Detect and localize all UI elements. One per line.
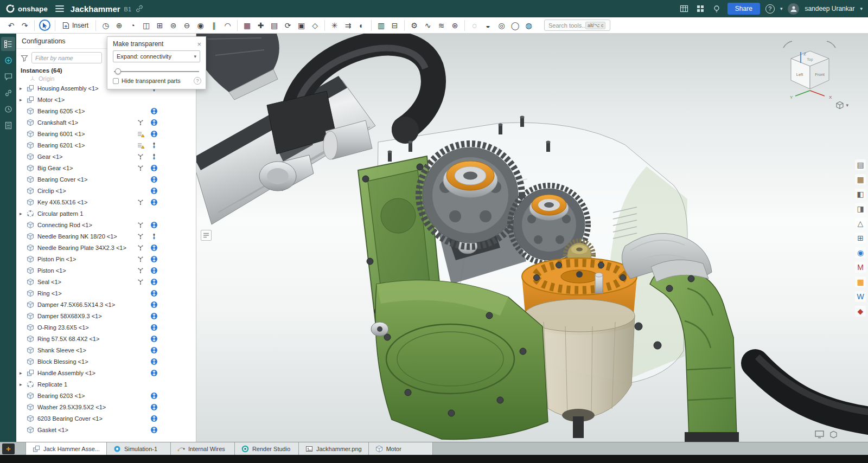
help-caret-icon[interactable]: ▾ [780,6,783,11]
tree-item[interactable]: Key 4X6.5X16 <1> [16,196,196,208]
mate-indicator-icon[interactable] [137,278,144,286]
box-icon[interactable] [829,430,838,439]
avatar[interactable] [788,3,799,15]
dof-indicator-icon[interactable] [150,278,158,286]
redo-icon[interactable]: ↷ [18,19,31,32]
snap-mode-icon[interactable]: ◇ [308,19,322,32]
dof-indicator-icon[interactable] [150,369,158,377]
tree-item[interactable]: ▸ Circular pattern 1 [16,208,196,219]
config-panel-icon[interactable]: ◧ [855,189,866,200]
tree-item[interactable]: Bearing 6001 <1> [16,128,196,139]
dof-indicator-icon[interactable] [150,312,158,320]
dof-indicator-icon[interactable] [150,358,158,365]
spline-tool-icon[interactable]: ⊛ [448,19,462,32]
mate-indicator-icon[interactable] [137,233,144,240]
group-parts-icon[interactable]: ▦ [240,19,254,32]
dof-indicator-icon[interactable] [150,107,158,115]
fastened-mate-icon[interactable]: ⊕ [112,19,126,32]
slider-mate-icon[interactable]: ◫ [139,19,153,32]
tree-item[interactable]: Big Gear <1> [16,162,196,173]
expand-arrow[interactable]: ▸ [20,86,27,91]
tree-item[interactable]: ▸ Replicate 1 [16,378,196,390]
hide-transparent-checkbox[interactable] [113,78,119,84]
comments-icon[interactable] [1,69,15,83]
tree-item[interactable]: ▸ Handle Assembly <1> [16,367,196,378]
dof-indicator-icon[interactable] [150,290,158,297]
spreadsheet-icon[interactable] [679,3,690,14]
section-panel-icon[interactable]: ◨ [855,203,866,214]
app-grid-icon[interactable]: ▦ [855,276,866,287]
pin-indicator-icon[interactable] [150,153,158,160]
spring-tool-icon[interactable]: ∿ [421,19,435,32]
tree-item[interactable]: Shank Sleeve <1> [16,344,196,356]
app-m-icon[interactable]: M [855,262,866,273]
tree-item[interactable]: Gasket <1> [16,424,196,435]
expand-arrow[interactable]: ▸ [20,370,27,376]
view-settings-button[interactable]: ▾ [835,101,848,110]
dof-indicator-icon[interactable] [150,187,158,195]
tree-item[interactable]: Gear <1> [16,151,196,162]
mate-indicator-icon[interactable] [137,255,144,263]
mate-connector-icon[interactable]: ✚ [254,19,267,32]
belt-tool-icon[interactable]: ≋ [435,19,448,32]
document-tab[interactable]: Motor [369,442,433,455]
learning-center-icon[interactable] [711,3,722,14]
planar-mate-icon[interactable]: ⊞ [153,19,167,32]
help-icon[interactable]: ? [765,4,775,14]
dof-indicator-icon[interactable] [150,198,158,206]
expand-arrow[interactable]: ▸ [20,211,27,216]
user-menu-caret-icon[interactable]: ▾ [860,6,863,11]
search-tools-input[interactable] [548,22,585,29]
clipboard-panel-icon[interactable]: ▤ [855,159,866,170]
replicate-icon[interactable]: ▣ [295,19,308,32]
onshape-logo[interactable]: onshape [5,4,48,14]
mate-icon[interactable]: ◷ [99,19,112,32]
dof-indicator-icon[interactable] [150,176,158,183]
tree-item[interactable]: O-Ring 23.6X5 <1> [16,321,196,333]
exploded-lines-icon[interactable]: ◎ [495,19,508,32]
pin-indicator-icon[interactable] [150,142,158,149]
tree-item[interactable]: Washer 29.5X39.5X2 <1> [16,401,196,413]
dof-indicator-icon[interactable] [150,415,158,422]
search-tools-box[interactable]: alt/⌥ c [544,20,610,31]
tree-item[interactable]: ▸ Motor <1> [16,94,196,105]
document-tab[interactable]: Simulation-1 [107,442,171,455]
dof-indicator-icon[interactable] [150,324,158,331]
mate-indicator-icon[interactable] [137,244,144,252]
insert-button[interactable]: Insert [58,20,93,31]
popup-help-icon[interactable]: ? [194,77,201,85]
dof-indicator-icon[interactable] [150,335,158,343]
dof-indicator-icon[interactable] [150,346,158,354]
explode-view-icon[interactable]: ✳ [328,19,341,32]
dof-indicator-icon[interactable] [150,119,158,126]
mate-indicator-icon[interactable] [137,164,144,172]
share-button[interactable]: Share [727,3,760,15]
menu-icon[interactable] [55,5,64,12]
mate-indicator-icon[interactable] [137,198,144,206]
gear-tool-icon[interactable]: ⚙ [407,19,421,32]
dof-indicator-icon[interactable] [150,244,158,252]
bom-panel-icon[interactable] [1,118,15,132]
revolute-mate-icon[interactable]: ◔ [126,19,139,32]
app-vs-icon[interactable]: ◆ [855,306,866,317]
transparency-slider[interactable] [114,68,199,75]
section-view-icon[interactable]: ◒ [481,19,495,32]
parts-list-panel-icon[interactable]: ▦ [855,174,866,185]
linear-pattern-icon[interactable]: ▤ [267,19,281,32]
tree-item[interactable]: Bearing 6201 <1> [16,139,196,151]
document-tab[interactable]: Internal Wires [171,442,235,455]
bracket-panel-icon[interactable]: ⊞ [855,233,866,243]
tree-item[interactable]: Bearing 6203 <1> [16,390,196,401]
panel-flyout-icon[interactable] [201,230,212,241]
assembly-3d-view[interactable]: Top Left Front Y X Z ▾ ▤▦◧◨△⊞◉M▦W◆ [196,34,868,442]
tree-item[interactable]: Crankshaft <1> [16,117,196,128]
dof-indicator-icon[interactable] [150,301,158,308]
app-store-icon[interactable] [695,3,706,14]
cylindrical-mate-icon[interactable]: ⊜ [167,19,180,32]
slider-handle[interactable] [115,68,121,74]
slider-track[interactable] [114,71,199,72]
ball-mate-icon[interactable]: ◉ [194,19,207,32]
display-states-icon[interactable]: ◐ [355,19,368,32]
tree-item[interactable]: Ring 57.5X 68.4X2 <1> [16,333,196,344]
tree-item[interactable]: Connecting Rod <1> [16,219,196,230]
